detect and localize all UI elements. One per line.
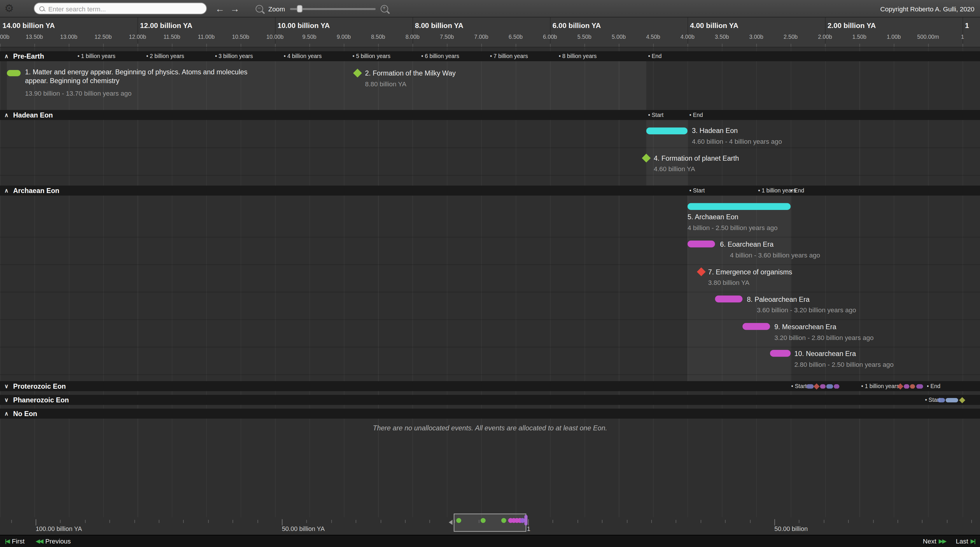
section-header-archaean-eon[interactable]: ∧Archaean Eon• Start• 1 billion years• E… (0, 186, 980, 196)
event-marker[interactable] (743, 323, 770, 330)
chevron-up-icon[interactable]: ∧ (5, 51, 8, 61)
last-button[interactable]: Last ▶| (956, 537, 975, 545)
axis-separator (412, 17, 413, 47)
axis-minor-tick (928, 44, 929, 47)
section-header-no-eon[interactable]: ∧No Eon (0, 409, 980, 418)
axis-major-label: 12.00 billion YA (140, 22, 192, 29)
event-marker[interactable] (715, 296, 742, 303)
collapsed-event-preview (946, 398, 958, 402)
brush-left-handle[interactable] (449, 520, 453, 525)
chevron-up-icon[interactable]: ∧ (5, 409, 8, 418)
overview-tick (873, 520, 874, 523)
overview-label: 100.00 billion YA (36, 525, 82, 533)
event-title[interactable]: 7. Emergence of organisms (708, 268, 792, 277)
zoom-slider-thumb[interactable] (297, 5, 302, 12)
interval-tick-label: • 2 billion years (146, 51, 184, 61)
interval-tick-label: • 1 billion years (861, 381, 899, 391)
overview-label: 1 (527, 525, 530, 533)
settings-gear-icon[interactable]: ⚙ (5, 3, 14, 14)
event-title[interactable]: 5. Archaean Eon (687, 213, 738, 222)
interval-tick-label: • 1 billion years (78, 51, 116, 61)
axis-minor-label: 6.50b (509, 34, 523, 40)
overview-tick (134, 520, 135, 523)
previous-button[interactable]: ◀◀ Previous (36, 537, 71, 545)
chevron-up-icon[interactable]: ∧ (5, 110, 8, 120)
event-title[interactable]: 1. Matter and energy appear. Beginning o… (25, 68, 255, 85)
event-marker[interactable] (687, 203, 791, 210)
event-date: 2.80 billion - 2.50 billion years ago (794, 360, 894, 369)
axis-minor-tick (206, 44, 207, 47)
event-marker[interactable] (687, 240, 715, 248)
axis-minor-label: 1.50b (852, 34, 866, 40)
section-title: No Eon (13, 409, 37, 418)
overview-tick (183, 520, 184, 523)
section-header-phanerozoic-eon[interactable]: ∨Phanerozoic Eon• Start (0, 395, 980, 405)
axis-minor-label: 13.50b (25, 34, 43, 40)
axis-minor-label: 12.50b (94, 34, 112, 40)
forward-arrow-icon[interactable]: → (230, 4, 239, 13)
axis-minor-tick (34, 44, 35, 47)
row-separator (0, 347, 980, 347)
last-icon: ▶| (970, 538, 975, 544)
viewport-brush[interactable] (454, 514, 527, 531)
zoom-out-icon[interactable]: − (256, 5, 263, 12)
axis-minor-tick (653, 44, 654, 47)
collapsed-event-preview (910, 384, 915, 388)
collapsed-event-preview (813, 383, 819, 389)
axis-separator (825, 17, 826, 47)
event-title[interactable]: 4. Formation of planet Earth (654, 154, 739, 163)
axis-minor-tick (103, 44, 104, 47)
row-separator (0, 374, 980, 375)
section-header-proterozoic-eon[interactable]: ∨Proterozoic Eon• Start• 1 billion years… (0, 381, 980, 391)
interval-tick-label: • Start (689, 186, 705, 196)
event-title[interactable]: 10. Neoarchean Era (794, 350, 856, 358)
axis-minor-tick (378, 44, 379, 47)
first-button[interactable]: |◀ First (5, 537, 24, 545)
next-label: Next (923, 537, 936, 545)
overview-axis[interactable]: 100.00 billion YA50.00 billion YA150.00 … (0, 517, 980, 535)
event-title[interactable]: 8. Paleoarchean Era (747, 296, 810, 304)
axis-minor-tick (722, 44, 722, 47)
overview-tick (701, 520, 701, 523)
timeline-canvas[interactable]: ∧Pre-Earth• 1 billion years• 2 billion y… (0, 48, 980, 517)
axis-minor-tick (447, 44, 447, 47)
next-button[interactable]: Next ▶▶ (923, 537, 946, 545)
event-marker[interactable] (7, 70, 21, 76)
section-header-hadean-eon[interactable]: ∧Hadean Eon• Start• End (0, 110, 980, 120)
section-header-pre-earth[interactable]: ∧Pre-Earth• 1 billion years• 2 billion y… (0, 51, 980, 61)
event-date: 3.80 billion YA (708, 279, 749, 287)
zoom-slider[interactable] (290, 4, 375, 13)
axis-minor-tick (0, 44, 1, 47)
overview-event-dot (480, 518, 485, 523)
axis-separator (550, 17, 550, 47)
collapsed-event-preview (937, 398, 945, 402)
event-title[interactable]: 9. Mesoarchean Era (775, 323, 836, 332)
event-title[interactable]: 2. Formation of the Milky Way (365, 69, 456, 78)
overview-tick (848, 520, 849, 523)
axis-minor-tick (550, 44, 550, 47)
axis-major-label: 14.00 billion YA (3, 22, 55, 29)
axis-minor-label: 5.50b (577, 34, 591, 40)
row-separator (0, 175, 980, 175)
back-arrow-icon[interactable]: ← (215, 4, 224, 13)
empty-eon-message: There are no unallocated events. All eve… (0, 424, 980, 432)
search-box[interactable] (34, 3, 207, 14)
search-input[interactable] (48, 5, 202, 12)
overview-tick (110, 520, 110, 523)
overview-event-bar (524, 515, 528, 525)
axis-major-label: 4.00 billion YA (690, 22, 738, 29)
chevron-up-icon[interactable]: ∧ (5, 186, 8, 196)
row-separator (0, 292, 980, 293)
event-title[interactable]: 3. Hadean Eon (692, 127, 738, 135)
interval-tick-label: • 7 billion years (490, 51, 528, 61)
event-title[interactable]: 6. Eoarchean Era (720, 240, 773, 249)
chevron-down-icon[interactable]: ∨ (5, 395, 8, 405)
overview-tick (552, 520, 553, 523)
axis-minor-tick (963, 44, 963, 47)
collapsed-event-preview (826, 384, 833, 388)
interval-tick-label: • End (791, 186, 804, 196)
chevron-down-icon[interactable]: ∨ (5, 381, 8, 391)
zoom-in-icon[interactable]: + (381, 5, 388, 12)
event-marker[interactable] (646, 127, 687, 134)
event-marker[interactable] (770, 350, 791, 357)
